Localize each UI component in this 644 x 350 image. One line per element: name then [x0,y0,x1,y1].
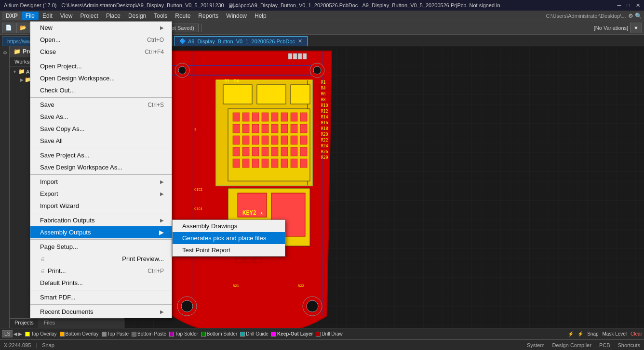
assembly-submenu: Assembly Drawings Generates pick and pla… [172,220,285,257]
layer-bottom-overlay[interactable]: Bottom Overlay [60,331,99,337]
mask-icon[interactable]: ⚡ [577,331,583,337]
layer-top-solder[interactable]: Top Solder [169,331,198,337]
test-point-item[interactable]: Test Point Report [173,244,285,256]
menu-tools[interactable]: Tools [150,12,171,20]
pick-place-label: Generates pick and place files [182,234,266,242]
menu-dxp[interactable]: DXP [2,12,22,20]
svg-rect-48 [242,159,249,168]
menu-item-open[interactable]: Open... Ctrl+O [30,34,172,46]
menu-file[interactable]: File [22,12,39,20]
layer-keepout[interactable]: Keep-Out Layer [271,331,313,337]
sidebar-btn-1[interactable]: ⚙ [1,48,8,57]
snap-icon[interactable]: ⚡ [568,331,574,337]
open-label: Open... [40,36,61,43]
open-workspace-label: Open Design Workspace... [40,75,115,82]
tab-pcb-icon: 🔷 [179,38,186,44]
projects-bottom-tab[interactable]: Projects [10,319,39,328]
mask-level-label: Mask Level [603,331,627,337]
assembly-drawings-item[interactable]: Assembly Drawings [173,220,285,232]
menu-item-print[interactable]: 🖨 Print... Ctrl+P [30,265,172,277]
design-compiler-label[interactable]: Design Compiler [552,342,591,348]
minimize-icon[interactable]: ─ [617,2,621,9]
toolbar-dropdown[interactable]: ▼ [630,23,642,33]
status-sep-1: | [36,342,37,348]
svg-rect-43 [271,147,278,156]
menu-item-assembly-outputs[interactable]: Assembly Outputs ▶ [30,226,172,238]
menu-item-page-setup[interactable]: Page Setup... [30,241,172,253]
menu-item-save-copy[interactable]: Save Copy As... [30,123,172,135]
new-arrow: ▶ [160,25,164,30]
file-dropdown: New ▶ Open... Ctrl+O Close Ctrl+F4 Open … [30,21,172,318]
files-bottom-tab2[interactable]: Files [39,319,60,328]
tab-pcb[interactable]: 🔷 A9_Display_Button_V0_1_20200526.PcbDoc… [174,36,308,46]
recent-docs-label: Recent Documents [40,308,94,315]
menu-item-save-as[interactable]: Save As... [30,111,172,123]
menu-item-save[interactable]: Save Ctrl+S [30,99,172,111]
menu-item-import[interactable]: Import ▶ [30,176,172,188]
close-label: Close [40,48,56,55]
toolbar-new[interactable]: 📄 [2,23,15,33]
toolbar-icons: ⚙ 🔍 [628,13,642,19]
menu-item-fab-outputs[interactable]: Fabrication Outputs ▶ [30,214,172,226]
svg-rect-44 [281,147,288,156]
system-label[interactable]: System [527,342,545,348]
tab-pcb-label: A9_Display_Button_V0_1_20200526.PcbDoc [188,39,295,44]
menu-item-new[interactable]: New ▶ [30,22,172,34]
print-preview-label: Print Preview... [122,255,164,262]
menu-item-save-all[interactable]: Save All [30,135,172,147]
layer-bottom-paste[interactable]: Bottom Paste [132,331,166,337]
menu-item-print-preview[interactable]: 🖨 Print Preview... [30,253,172,265]
clear-btn[interactable]: Clear [631,331,642,337]
menu-item-import-wizard[interactable]: Import Wizard [30,200,172,212]
menu-item-recent-docs[interactable]: Recent Documents ▶ [30,306,172,318]
menu-design[interactable]: Design [124,12,150,20]
layer-top-overlay[interactable]: Top Overlay [25,331,56,337]
layer-drill-draw[interactable]: Drill Draw [316,331,342,337]
pcb-status-label[interactable]: PCB [599,342,610,348]
menu-item-close[interactable]: Close Ctrl+F4 [30,46,172,58]
layer-ls-btn[interactable]: LS [2,330,13,337]
menu-route[interactable]: Route [171,12,194,20]
menu-item-checkout[interactable]: Check Out... [30,84,172,96]
toolbar-open[interactable]: 📂 [16,23,30,33]
svg-rect-36 [281,136,288,144]
svg-rect-25 [252,124,259,133]
menu-item-save-project-as[interactable]: Save Project As... [30,149,172,161]
layer-top-paste[interactable]: Top Paste [102,331,129,337]
open-project-label: Open Project... [40,63,82,70]
svg-rect-31 [233,136,240,144]
maximize-icon[interactable]: □ [627,2,630,9]
menu-reports[interactable]: Reports [194,12,222,20]
layer-bar: LS ◀ ▶ Top Overlay Bottom Overlay Top Pa… [0,328,644,339]
tab-close-icon[interactable]: ✕ [298,38,302,44]
layer-prev-btn[interactable]: ◀ [13,331,17,337]
layer-drill-guide[interactable]: Drill Guide [240,331,268,337]
menu-item-save-workspace-as[interactable]: Save Design Workspace As... [30,161,172,173]
menu-help[interactable]: Help [251,12,270,20]
menu-place[interactable]: Place [102,12,124,20]
menu-item-open-project[interactable]: Open Project... [30,60,172,72]
export-label: Export [40,190,58,197]
shortcuts-label[interactable]: Shortcuts [618,342,640,348]
svg-rect-46 [300,147,307,156]
layer-next-btn[interactable]: ▶ [18,331,22,337]
menu-item-smart-pdf[interactable]: Smart PDF... [30,291,172,303]
menu-item-open-workspace[interactable]: Open Design Workspace... [30,72,172,84]
default-prints-label: Default Prints... [40,279,83,286]
menu-view[interactable]: View [56,12,77,20]
assembly-drawings-label: Assembly Drawings [182,222,237,230]
svg-rect-39 [233,147,240,156]
close-icon[interactable]: ✕ [636,2,640,9]
svg-rect-17 [252,113,259,121]
pcb-view[interactable]: D1 D4 R1 R4 R6 R8 R10 R12 R14 R16 R18 R2… [124,46,644,328]
menu-project[interactable]: Project [77,12,102,20]
layer-bottom-solder[interactable]: Bottom Solder [201,331,237,337]
menu-window[interactable]: Window [222,12,251,20]
menu-item-default-prints[interactable]: Default Prints... [30,277,172,289]
no-variations-label: [No Variations] [594,25,628,31]
menu-edit[interactable]: Edit [39,12,56,20]
snap-status: Snap [42,342,54,348]
svg-rect-15 [233,113,240,121]
pick-place-item[interactable]: Generates pick and place files [173,232,285,244]
menu-item-export[interactable]: Export ▶ [30,188,172,200]
